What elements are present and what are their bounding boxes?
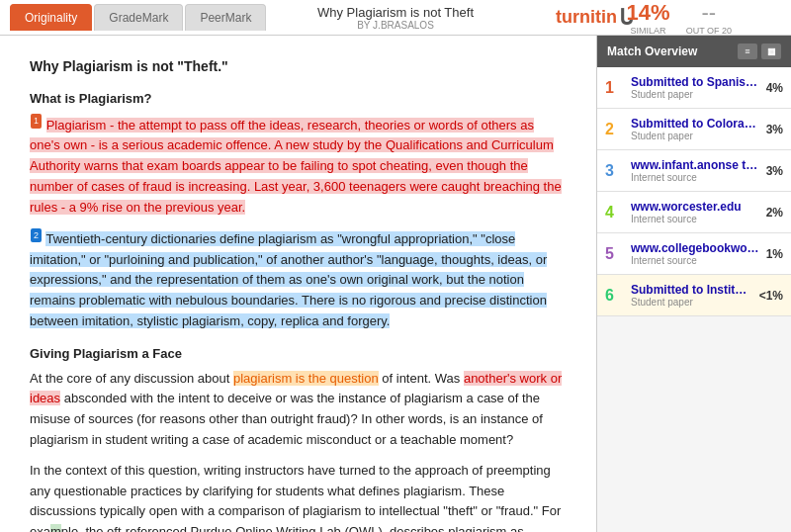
grade-label: OUT OF 20 (686, 26, 732, 36)
match-subtitle-4: Internet source (631, 214, 760, 224)
tab-peermark[interactable]: PeerMark (185, 4, 266, 31)
grade-value: -- (701, 0, 716, 25)
match-title-4: www.worcester.edu (631, 200, 760, 214)
right-panel: Match Overview ≡ ▦ 1 Submitted to Spanis… (597, 36, 791, 532)
document-author: BY J.BRASALOS (317, 20, 474, 31)
grade-box: -- OUT OF 20 (686, 0, 732, 36)
match-subtitle-2: Student paper (631, 131, 760, 141)
match-overview-title: Match Overview (607, 44, 697, 58)
highlighted-text-2: Twentieth-century dictionaries define pl… (30, 231, 547, 328)
similarity-label: SIMILAR (627, 26, 670, 36)
grid-view-icon[interactable]: ▦ (761, 44, 781, 59)
para4: In the context of this question, writing… (30, 461, 567, 532)
match-info-4: www.worcester.edu Internet source (631, 200, 760, 224)
highlighted-text-4a: m (50, 524, 61, 532)
match-title-1: Submitted to Spanish ... (631, 75, 760, 89)
document-panel[interactable]: Why Plagiarism is not "Theft." What is P… (0, 36, 597, 532)
main-area: Why Plagiarism is not "Theft." What is P… (0, 36, 791, 532)
highlighted-text-3a: plagiarism is the question (233, 371, 379, 386)
match-item-4[interactable]: 4 www.worcester.edu Internet source 2% (597, 192, 791, 233)
match-percent-1: 4% (766, 81, 783, 95)
match-num-6: 6 (605, 287, 623, 305)
match-title-3: www.infant.anonse to... (631, 158, 760, 172)
match-badge-1: 1 (31, 114, 42, 128)
match-list: 1 Submitted to Spanish ... Student paper… (597, 67, 791, 532)
para1: 1 Plagiarism - the attempt to pass off t… (30, 114, 567, 218)
similarity-percent: 14% (627, 0, 670, 25)
match-info-5: www.collegebookwor l... Internet source (631, 241, 760, 266)
match-info-2: Submitted to Colorado... Student paper (631, 117, 760, 141)
similarity-badge: 14% SIMILAR -- OUT OF 20 (627, 0, 732, 36)
match-title-5: www.collegebookwor l... (631, 241, 760, 255)
para3: At the core of any discussion about plag… (30, 369, 567, 451)
view-icons: ≡ ▦ (738, 44, 781, 59)
topbar: Originality GradeMark PeerMark Why Plagi… (0, 0, 791, 36)
para2: 2 Twentieth-century dictionaries define … (30, 228, 567, 332)
tab-originality[interactable]: Originality (10, 4, 92, 31)
match-subtitle-5: Internet source (631, 255, 760, 266)
match-subtitle-6: Student paper (631, 297, 753, 308)
turnitin-logo: turnitinᒐ (556, 5, 633, 31)
match-subtitle-3: Internet source (631, 172, 760, 183)
match-item-5[interactable]: 5 www.collegebookwor l... Internet sourc… (597, 233, 791, 275)
doc-heading3: Giving Plagiarism a Face (30, 344, 567, 365)
match-num-4: 4 (605, 204, 623, 222)
match-percent-4: 2% (766, 206, 783, 220)
match-item-6[interactable]: 6 Submitted to Institute ... Student pap… (597, 275, 791, 316)
match-info-3: www.infant.anonse to... Internet source (631, 158, 760, 183)
match-title-2: Submitted to Colorado... (631, 117, 760, 131)
doc-heading1: Why Plagiarism is not "Theft." (30, 55, 567, 77)
match-num-3: 3 (605, 162, 623, 180)
match-num-2: 2 (605, 121, 623, 138)
match-title-6: Submitted to Institute ... (631, 283, 753, 297)
match-badge-2: 2 (31, 228, 42, 242)
match-num-5: 5 (605, 245, 623, 263)
match-overview-header: Match Overview ≡ ▦ (597, 36, 791, 67)
match-subtitle-1: Student paper (631, 89, 760, 100)
match-item-3[interactable]: 3 www.infant.anonse to... Internet sourc… (597, 150, 791, 192)
match-percent-3: 3% (766, 164, 783, 178)
match-info-6: Submitted to Institute ... Student paper (631, 283, 753, 308)
document-title: Why Plagiarism is not Theft BY J.BRASALO… (317, 5, 474, 31)
match-item-2[interactable]: 2 Submitted to Colorado... Student paper… (597, 109, 791, 150)
match-item-1[interactable]: 1 Submitted to Spanish ... Student paper… (597, 67, 791, 109)
match-percent-6: <1% (759, 289, 783, 303)
match-percent-5: 1% (766, 247, 783, 261)
match-num-1: 1 (605, 79, 623, 97)
list-view-icon[interactable]: ≡ (738, 44, 757, 59)
match-percent-2: 3% (766, 123, 783, 136)
tab-grademark[interactable]: GradeMark (94, 4, 183, 31)
similarity-percent-box: 14% SIMILAR (627, 0, 670, 36)
highlighted-text-1: Plagiarism - the attempt to pass off the… (30, 118, 562, 215)
match-info-1: Submitted to Spanish ... Student paper (631, 75, 760, 100)
doc-heading2: What is Plagiarism? (30, 89, 567, 110)
